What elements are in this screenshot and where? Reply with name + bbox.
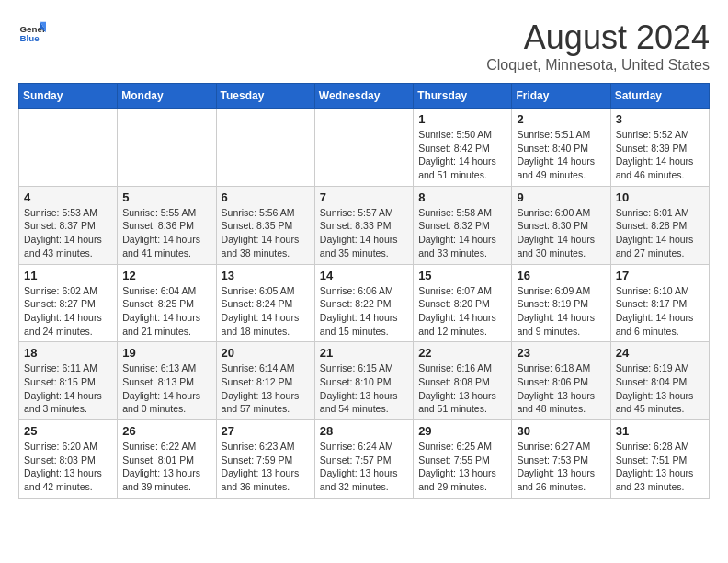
day-info: Sunrise: 6:16 AMSunset: 8:08 PMDaylight:… bbox=[418, 362, 506, 416]
calendar-cell: 20Sunrise: 6:14 AMSunset: 8:12 PMDayligh… bbox=[216, 342, 314, 420]
week-row-3: 11Sunrise: 6:02 AMSunset: 8:27 PMDayligh… bbox=[19, 264, 710, 342]
day-info: Sunrise: 6:01 AMSunset: 8:28 PMDaylight:… bbox=[616, 206, 704, 260]
day-number: 29 bbox=[418, 424, 506, 438]
calendar-cell: 19Sunrise: 6:13 AMSunset: 8:13 PMDayligh… bbox=[118, 342, 216, 420]
day-info: Sunrise: 6:09 AMSunset: 8:19 PMDaylight:… bbox=[517, 284, 605, 339]
day-number: 23 bbox=[517, 346, 605, 360]
day-number: 8 bbox=[418, 190, 506, 204]
day-number: 17 bbox=[616, 269, 704, 282]
week-row-5: 25Sunrise: 6:20 AMSunset: 8:03 PMDayligh… bbox=[19, 420, 710, 499]
day-info: Sunrise: 6:05 AMSunset: 8:24 PMDaylight:… bbox=[222, 284, 310, 339]
day-number: 3 bbox=[616, 112, 704, 126]
day-info: Sunrise: 5:53 AMSunset: 8:37 PMDaylight:… bbox=[24, 206, 112, 260]
day-number: 11 bbox=[24, 269, 112, 282]
day-number: 22 bbox=[418, 346, 506, 360]
day-number: 10 bbox=[616, 190, 704, 204]
day-number: 15 bbox=[418, 269, 506, 282]
day-number: 9 bbox=[517, 190, 605, 204]
day-number: 7 bbox=[320, 190, 408, 204]
calendar-cell bbox=[216, 109, 314, 187]
calendar-cell: 24Sunrise: 6:19 AMSunset: 8:04 PMDayligh… bbox=[610, 342, 709, 420]
calendar-cell: 11Sunrise: 6:02 AMSunset: 8:27 PMDayligh… bbox=[19, 264, 118, 342]
calendar-cell: 4Sunrise: 5:53 AMSunset: 8:37 PMDaylight… bbox=[19, 186, 118, 264]
day-info: Sunrise: 5:55 AMSunset: 8:36 PMDaylight:… bbox=[122, 206, 210, 260]
logo: General Blue bbox=[18, 18, 46, 46]
calendar-table: SundayMondayTuesdayWednesdayThursdayFrid… bbox=[18, 83, 710, 499]
calendar-cell: 29Sunrise: 6:25 AMSunset: 7:55 PMDayligh… bbox=[414, 420, 512, 499]
day-info: Sunrise: 6:04 AMSunset: 8:25 PMDaylight:… bbox=[122, 284, 210, 339]
day-number: 26 bbox=[122, 424, 210, 438]
day-info: Sunrise: 6:19 AMSunset: 8:04 PMDaylight:… bbox=[616, 362, 704, 416]
day-info: Sunrise: 6:27 AMSunset: 7:53 PMDaylight:… bbox=[517, 440, 605, 494]
week-row-2: 4Sunrise: 5:53 AMSunset: 8:37 PMDaylight… bbox=[19, 186, 710, 264]
calendar-cell: 16Sunrise: 6:09 AMSunset: 8:19 PMDayligh… bbox=[512, 264, 610, 342]
day-info: Sunrise: 5:58 AMSunset: 8:32 PMDaylight:… bbox=[418, 206, 506, 260]
day-header-thursday: Thursday bbox=[414, 84, 512, 109]
day-header-friday: Friday bbox=[512, 84, 610, 109]
day-number: 20 bbox=[222, 346, 310, 360]
calendar-cell bbox=[314, 109, 413, 187]
day-number: 12 bbox=[122, 269, 210, 282]
day-number: 25 bbox=[24, 424, 112, 438]
calendar-cell: 6Sunrise: 5:56 AMSunset: 8:35 PMDaylight… bbox=[216, 186, 314, 264]
calendar-cell: 25Sunrise: 6:20 AMSunset: 8:03 PMDayligh… bbox=[19, 420, 118, 499]
day-header-saturday: Saturday bbox=[610, 84, 709, 109]
day-info: Sunrise: 6:00 AMSunset: 8:30 PMDaylight:… bbox=[517, 206, 605, 260]
day-info: Sunrise: 6:18 AMSunset: 8:06 PMDaylight:… bbox=[517, 362, 605, 416]
calendar-cell bbox=[118, 109, 216, 187]
calendar-cell: 21Sunrise: 6:15 AMSunset: 8:10 PMDayligh… bbox=[314, 342, 413, 420]
calendar-cell: 12Sunrise: 6:04 AMSunset: 8:25 PMDayligh… bbox=[118, 264, 216, 342]
calendar-cell: 2Sunrise: 5:51 AMSunset: 8:40 PMDaylight… bbox=[512, 109, 610, 187]
day-info: Sunrise: 6:02 AMSunset: 8:27 PMDaylight:… bbox=[24, 284, 112, 339]
day-number: 13 bbox=[222, 269, 310, 282]
calendar-cell bbox=[19, 109, 118, 187]
days-header-row: SundayMondayTuesdayWednesdayThursdayFrid… bbox=[19, 84, 710, 109]
day-info: Sunrise: 5:50 AMSunset: 8:42 PMDaylight:… bbox=[418, 128, 506, 182]
calendar-cell: 22Sunrise: 6:16 AMSunset: 8:08 PMDayligh… bbox=[414, 342, 512, 420]
day-info: Sunrise: 6:06 AMSunset: 8:22 PMDaylight:… bbox=[320, 284, 408, 339]
day-header-wednesday: Wednesday bbox=[314, 84, 413, 109]
calendar-cell: 14Sunrise: 6:06 AMSunset: 8:22 PMDayligh… bbox=[314, 264, 413, 342]
day-number: 1 bbox=[418, 112, 506, 126]
day-info: Sunrise: 5:57 AMSunset: 8:33 PMDaylight:… bbox=[320, 206, 408, 260]
day-number: 30 bbox=[517, 424, 605, 438]
calendar-cell: 31Sunrise: 6:28 AMSunset: 7:51 PMDayligh… bbox=[610, 420, 709, 499]
calendar-cell: 8Sunrise: 5:58 AMSunset: 8:32 PMDaylight… bbox=[414, 186, 512, 264]
day-number: 5 bbox=[122, 190, 210, 204]
calendar-cell: 5Sunrise: 5:55 AMSunset: 8:36 PMDaylight… bbox=[118, 186, 216, 264]
day-number: 18 bbox=[24, 346, 112, 360]
calendar-cell: 3Sunrise: 5:52 AMSunset: 8:39 PMDaylight… bbox=[610, 109, 709, 187]
calendar-cell: 13Sunrise: 6:05 AMSunset: 8:24 PMDayligh… bbox=[216, 264, 314, 342]
main-title: August 2024 bbox=[486, 18, 710, 57]
day-info: Sunrise: 5:51 AMSunset: 8:40 PMDaylight:… bbox=[517, 128, 605, 182]
calendar-cell: 10Sunrise: 6:01 AMSunset: 8:28 PMDayligh… bbox=[610, 186, 709, 264]
calendar-cell: 26Sunrise: 6:22 AMSunset: 8:01 PMDayligh… bbox=[118, 420, 216, 499]
day-info: Sunrise: 6:14 AMSunset: 8:12 PMDaylight:… bbox=[222, 362, 310, 416]
day-number: 24 bbox=[616, 346, 704, 360]
day-number: 31 bbox=[616, 424, 704, 438]
day-number: 4 bbox=[24, 190, 112, 204]
day-header-tuesday: Tuesday bbox=[216, 84, 314, 109]
week-row-4: 18Sunrise: 6:11 AMSunset: 8:15 PMDayligh… bbox=[19, 342, 710, 420]
day-number: 27 bbox=[222, 424, 310, 438]
calendar-cell: 27Sunrise: 6:23 AMSunset: 7:59 PMDayligh… bbox=[216, 420, 314, 499]
day-info: Sunrise: 6:22 AMSunset: 8:01 PMDaylight:… bbox=[122, 440, 210, 494]
day-number: 2 bbox=[517, 112, 605, 126]
day-header-sunday: Sunday bbox=[19, 84, 118, 109]
calendar-cell: 15Sunrise: 6:07 AMSunset: 8:20 PMDayligh… bbox=[414, 264, 512, 342]
calendar-cell: 18Sunrise: 6:11 AMSunset: 8:15 PMDayligh… bbox=[19, 342, 118, 420]
title-area: August 2024 Cloquet, Minnesota, United S… bbox=[486, 18, 710, 74]
logo-icon: General Blue bbox=[18, 18, 46, 46]
svg-text:Blue: Blue bbox=[20, 33, 40, 43]
day-info: Sunrise: 6:10 AMSunset: 8:17 PMDaylight:… bbox=[616, 284, 704, 339]
day-info: Sunrise: 5:56 AMSunset: 8:35 PMDaylight:… bbox=[222, 206, 310, 260]
day-header-monday: Monday bbox=[118, 84, 216, 109]
calendar-cell: 30Sunrise: 6:27 AMSunset: 7:53 PMDayligh… bbox=[512, 420, 610, 499]
day-info: Sunrise: 6:23 AMSunset: 7:59 PMDaylight:… bbox=[222, 440, 310, 494]
calendar-cell: 23Sunrise: 6:18 AMSunset: 8:06 PMDayligh… bbox=[512, 342, 610, 420]
day-number: 6 bbox=[222, 190, 310, 204]
day-info: Sunrise: 5:52 AMSunset: 8:39 PMDaylight:… bbox=[616, 128, 704, 182]
day-info: Sunrise: 6:15 AMSunset: 8:10 PMDaylight:… bbox=[320, 362, 408, 416]
day-number: 14 bbox=[320, 269, 408, 282]
calendar-cell: 1Sunrise: 5:50 AMSunset: 8:42 PMDaylight… bbox=[414, 109, 512, 187]
